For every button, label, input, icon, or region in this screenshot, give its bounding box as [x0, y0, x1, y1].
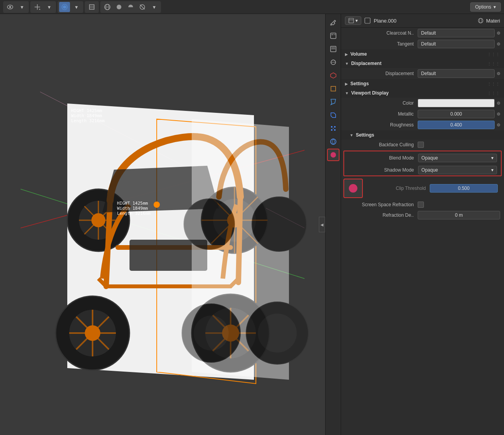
material-props-active-icon[interactable] — [327, 149, 340, 161]
cursor-tool-btn[interactable] — [32, 2, 43, 12]
eye-tool-btn[interactable] — [5, 2, 16, 12]
svg-text:Length 3216mm: Length 3216mm — [117, 211, 150, 216]
settings-sub-section-header[interactable]: ▼ Settings — [341, 130, 504, 140]
svg-point-14 — [117, 5, 121, 9]
dropdown-arrow-view[interactable]: ▾ — [16, 2, 27, 12]
clearcoat-value-text: Default — [421, 30, 436, 36]
svg-text:HIGHT 1425mm: HIGHT 1425mm — [117, 201, 148, 206]
svg-rect-8 — [89, 5, 94, 9]
scene-props-icon[interactable] — [327, 69, 340, 82]
gizmo-tools-group: ▾ — [100, 1, 161, 13]
overlay-btn[interactable] — [86, 2, 97, 12]
svg-point-69 — [331, 34, 332, 35]
color-dot[interactable] — [497, 102, 500, 105]
viewport[interactable]: HIGHT 1425mm Width 1849mm Length 3216mm … — [0, 14, 325, 435]
displacement-field-label: Displacement — [345, 71, 418, 76]
options-button[interactable]: Options ▾ — [470, 2, 501, 12]
displacement-arrow: ▼ — [345, 61, 349, 66]
color-swatch[interactable] — [418, 99, 495, 107]
metallic-dot[interactable] — [497, 112, 500, 116]
clip-threshold-row: Clip Threshold 0.500 — [365, 183, 502, 194]
particles-props-icon[interactable] — [327, 122, 340, 135]
blend-mode-row: Blend Mode Opaque ▾ — [344, 151, 501, 165]
world-props-icon[interactable] — [327, 82, 340, 95]
svg-point-53 — [154, 202, 160, 208]
roughness-row: Roughness 0.400 — [341, 119, 504, 130]
cursor-tools-group: ▾ — [30, 1, 56, 13]
shadow-mode-chevron: ▾ — [491, 167, 494, 173]
clearcoat-row: Clearcoat N.. Default — [341, 28, 504, 39]
metallic-field[interactable]: 0.000 — [418, 110, 495, 118]
svg-point-1 — [9, 6, 11, 8]
displacement-dot[interactable] — [497, 72, 500, 75]
volume-arrow: ▶ — [345, 52, 348, 56]
tangent-dropdown[interactable]: Default — [418, 40, 495, 48]
svg-point-59 — [184, 199, 234, 249]
svg-rect-67 — [330, 24, 332, 26]
options-label: Options — [475, 4, 491, 10]
viewport-display-arrow: ▼ — [345, 91, 349, 95]
metallic-value: 0.000 — [418, 110, 500, 118]
roughness-field[interactable]: 0.400 — [418, 121, 495, 129]
displacement-title: Displacement — [351, 61, 487, 66]
roughness-dot[interactable] — [497, 123, 500, 126]
svg-text:Width 1849mm: Width 1849mm — [117, 206, 148, 211]
viewport-display-title: Viewport Display — [351, 90, 487, 96]
output-props-icon[interactable] — [327, 43, 340, 55]
displacement-field-row: Displacement Default — [341, 68, 504, 79]
svg-point-77 — [331, 126, 332, 128]
tangent-dot[interactable] — [497, 42, 500, 46]
svg-rect-84 — [349, 18, 354, 23]
blend-mode-dropdown[interactable]: Opaque ▾ — [418, 154, 497, 162]
blend-mode-value: Opaque ▾ — [418, 154, 497, 162]
gizmo-btn[interactable] — [102, 2, 113, 12]
settings-sub-arrow: ▼ — [350, 133, 354, 137]
svg-text:Width 1849mm: Width 1849mm — [71, 113, 102, 118]
svg-point-87 — [478, 18, 483, 23]
displacement-dropdown[interactable]: Default — [418, 69, 495, 78]
dropdown-arrow-gizmo[interactable]: ▾ — [149, 2, 159, 12]
clip-threshold-field[interactable]: 0.500 — [430, 184, 498, 193]
tangent-row: Tangent Default — [341, 39, 504, 49]
settings-top-section-header[interactable]: ▶ Settings ⋮⋮⋮ — [341, 79, 504, 88]
collapse-panel-btn[interactable]: ◀ — [319, 217, 325, 232]
dropdown-arrow-shading[interactable]: ▾ — [71, 2, 82, 12]
volume-section-header[interactable]: ▶ Volume ⋮⋮⋮ — [341, 49, 504, 59]
overlay-tools-group — [85, 1, 99, 13]
material-preview-btn[interactable] — [59, 2, 70, 12]
panel-header-mode-btn[interactable]: ▾ — [345, 16, 361, 25]
render-props-icon[interactable] — [327, 30, 340, 42]
dropdown-arrow-cursor[interactable]: ▾ — [44, 2, 54, 12]
main-area: HIGHT 1425mm Width 1849mm Length 3216mm … — [0, 14, 504, 435]
displacement-section-header[interactable]: ▼ Displacement ⋮⋮⋮ — [341, 59, 504, 68]
svg-text:Length 3216mm: Length 3216mm — [71, 118, 105, 123]
shadow-mode-dropdown[interactable]: Opaque ▾ — [418, 166, 497, 174]
viewport-scene: HIGHT 1425mm Width 1849mm Length 3216mm … — [0, 14, 325, 435]
rotation-btn[interactable] — [137, 2, 148, 12]
view-layer-icon[interactable] — [327, 56, 340, 68]
viewport-display-section-header[interactable]: ▼ Viewport Display ⋮⋮⋮ — [341, 88, 504, 98]
shadow-mode-value-text: Opaque — [422, 167, 438, 173]
shadow-mode-row: Shadow Mode Opaque ▾ — [344, 165, 501, 175]
blend-mode-chevron: ▾ — [491, 155, 494, 161]
physics-props-icon[interactable] — [327, 135, 340, 148]
settings-top-dots: ⋮⋮⋮ — [487, 82, 500, 86]
refraction-depth-field[interactable]: 0 m — [418, 211, 500, 219]
clip-threshold-area: Clip Threshold 0.500 — [365, 183, 502, 194]
svg-point-89 — [349, 184, 357, 193]
sphere-view-btn[interactable] — [114, 2, 124, 12]
backface-culling-label: Backface Culling — [345, 142, 418, 147]
backface-culling-checkbox[interactable] — [418, 142, 424, 148]
shadow-mode-value: Opaque ▾ — [418, 166, 497, 174]
clearcoat-dot[interactable] — [497, 32, 500, 35]
object-props-icon[interactable] — [327, 96, 340, 108]
tools-icon[interactable] — [327, 16, 340, 29]
svg-point-81 — [332, 128, 334, 129]
screen-space-refraction-checkbox[interactable] — [418, 202, 424, 208]
settings-sub-title: Settings — [356, 132, 500, 138]
clearcoat-dropdown[interactable]: Default — [418, 29, 495, 37]
svg-marker-75 — [331, 73, 336, 78]
half-sphere-btn[interactable] — [125, 2, 136, 12]
material-icon-large[interactable] — [343, 179, 363, 198]
modifier-props-icon[interactable] — [327, 109, 340, 121]
